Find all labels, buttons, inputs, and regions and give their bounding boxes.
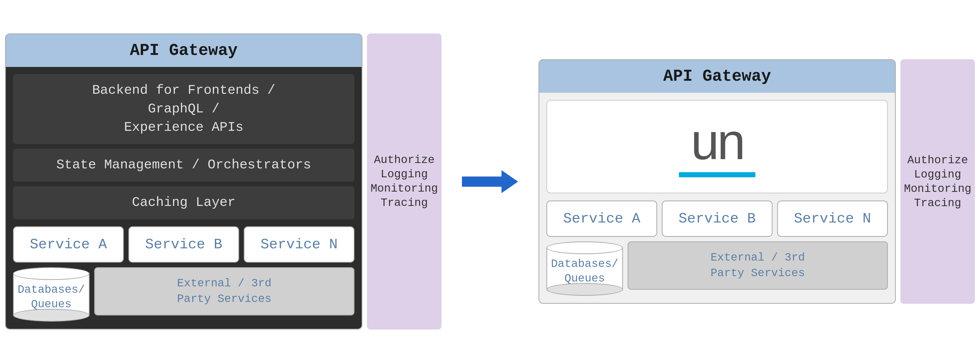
direction-arrow (462, 166, 518, 197)
left-service-n: Service N (244, 226, 355, 262)
left-diagram: API Gateway Backend for Frontends / Grap… (5, 34, 442, 329)
right-db-bottom (546, 283, 623, 296)
right-side-auth: Authorize Logging Monitoring Tracing (900, 59, 975, 304)
right-services-row: Service A Service B Service N (546, 200, 888, 237)
right-service-n: Service N (777, 200, 888, 237)
right-external-box: External / 3rd Party Services (628, 241, 888, 290)
right-bottom-items: Databases/ Queues External / 3rd Party S… (546, 241, 888, 296)
left-auth-line-4: Tracing (381, 197, 428, 209)
left-external-text: External / 3rd Party Services (177, 277, 272, 305)
right-gateway-header: API Gateway (539, 60, 895, 93)
right-external-text: External / 3rd Party Services (711, 251, 805, 280)
left-db-bottom (13, 309, 89, 321)
cache-box: Caching Layer (13, 186, 355, 219)
cache-text: Caching Layer (132, 195, 235, 210)
left-service-a-label: Service A (30, 236, 107, 253)
arrow-head (501, 170, 518, 193)
right-service-a-label: Service A (563, 211, 640, 227)
left-gateway-box: API Gateway Backend for Frontends / Grap… (5, 34, 363, 329)
left-service-a: Service A (13, 226, 124, 262)
left-db-top (13, 267, 89, 280)
right-gateway-title: API Gateway (663, 67, 771, 86)
un-underline (679, 172, 756, 177)
right-gateway-content: un (539, 93, 895, 200)
state-text: State Management / Orchestrators (56, 157, 311, 173)
left-service-n-label: Service N (261, 236, 338, 253)
left-auth-line-1: Authorize (374, 154, 434, 166)
left-gateway-header: API Gateway (6, 34, 362, 67)
state-box: State Management / Orchestrators (13, 149, 355, 182)
right-db-cylinder: Databases/ Queues (546, 241, 623, 296)
left-gateway-content: Backend for Frontends / GraphQL / Experi… (6, 67, 362, 226)
right-service-a: Service A (546, 200, 657, 237)
right-service-b-label: Service B (679, 211, 756, 227)
left-auth-line-3: Monitoring (371, 182, 438, 195)
page-container: API Gateway Backend for Frontends / Grap… (0, 0, 980, 363)
right-auth-line-3: Monitoring (904, 182, 971, 195)
right-auth-line-1: Authorize (907, 154, 968, 166)
left-auth-line-2: Logging (381, 168, 428, 181)
left-side-auth-inner: Authorize Logging Monitoring Tracing (371, 154, 438, 209)
left-gateway-title: API Gateway (130, 42, 238, 60)
bff-text: Backend for Frontends / GraphQL / Experi… (92, 83, 275, 135)
right-side-auth-inner: Authorize Logging Monitoring Tracing (904, 154, 971, 209)
left-services-row: Service A Service B Service N (13, 226, 355, 262)
left-bottom-section: Service A Service B Service N Databases/ (6, 226, 362, 329)
arrow-shaft (462, 176, 503, 187)
right-gateway-box: API Gateway un Service A Service B (538, 59, 896, 304)
left-external-box: External / 3rd Party Services (94, 267, 355, 315)
un-logo-box: un (546, 100, 888, 193)
right-auth-line-4: Tracing (914, 197, 961, 209)
left-db-cylinder: Databases/ Queues (13, 267, 89, 321)
right-db-label: Databases/ Queues (551, 257, 618, 286)
left-bottom-items: Databases/ Queues External / 3rd Party S… (13, 267, 355, 321)
left-side-auth: Authorize Logging Monitoring Tracing (367, 34, 442, 329)
left-service-b: Service B (128, 226, 239, 262)
right-service-b: Service B (662, 200, 773, 237)
right-auth-line-2: Logging (914, 168, 961, 181)
right-diagram: API Gateway un Service A Service B (538, 59, 975, 304)
left-db-label: Databases/ Queues (18, 283, 85, 312)
right-service-n-label: Service N (794, 211, 871, 227)
right-bottom-section: Service A Service B Service N Databases/ (539, 200, 895, 303)
left-service-b-label: Service B (145, 236, 222, 253)
right-db-top (546, 241, 623, 254)
un-logo-text: un (691, 116, 743, 167)
bff-box: Backend for Frontends / GraphQL / Experi… (13, 74, 355, 144)
arrow-svg (462, 166, 518, 197)
